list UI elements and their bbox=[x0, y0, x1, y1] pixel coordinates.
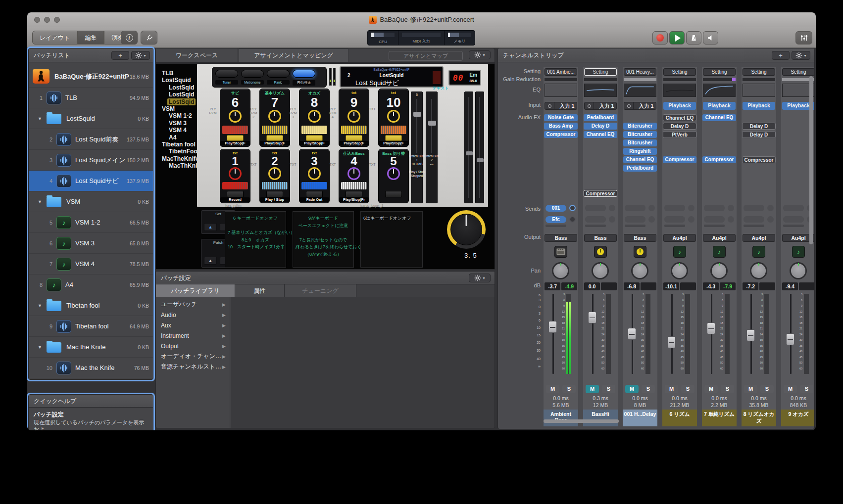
patch-bus-strip-2[interactable]: Patch Bus 2-∞ bbox=[426, 92, 438, 203]
tab-patch-library[interactable]: パッチライブラリ bbox=[156, 284, 235, 297]
strip-setting-button[interactable]: Setting bbox=[782, 68, 815, 76]
eq-thumbnail[interactable] bbox=[703, 84, 736, 97]
outline-item[interactable]: VSM 3 bbox=[158, 120, 197, 127]
pan-knob[interactable] bbox=[633, 264, 647, 278]
patch-row[interactable]: 3Lost Squidメイン150.2 MB bbox=[29, 150, 153, 171]
library-item[interactable]: 音源チャンネルスト…▶ bbox=[156, 362, 230, 372]
output-button[interactable]: Bass bbox=[584, 234, 617, 242]
patch-row[interactable]: 9Tibetan fool64.9 MB bbox=[29, 316, 153, 337]
output-button[interactable]: Au4pl bbox=[743, 234, 775, 242]
patch-list-action-menu[interactable]: ▾ bbox=[131, 51, 150, 60]
patch-row[interactable]: 10Mac the Knife76 MB bbox=[29, 358, 153, 378]
mode-button-2[interactable]: 編集 bbox=[77, 31, 104, 45]
pedal-knob[interactable] bbox=[268, 110, 281, 123]
pedal-knob[interactable] bbox=[347, 167, 360, 180]
mixer-toggle-button[interactable] bbox=[795, 31, 812, 45]
solo-button[interactable]: S bbox=[760, 385, 774, 393]
pedal-knob[interactable] bbox=[229, 167, 242, 180]
device-button-3[interactable] bbox=[267, 70, 290, 78]
bus-fader-handle[interactable] bbox=[413, 112, 421, 117]
output-button[interactable]: Bass bbox=[545, 234, 577, 242]
horizontal-scrollbar[interactable] bbox=[544, 419, 619, 423]
strip-setting-button[interactable]: Setting bbox=[663, 68, 696, 76]
patch-row[interactable]: 7♪VSM 478.5 MB bbox=[29, 254, 153, 275]
library-item[interactable]: Audio▶ bbox=[156, 310, 230, 320]
mute-button[interactable]: M bbox=[586, 385, 599, 393]
pedal-9[interactable]: txt9Play/Stop(F bbox=[339, 89, 369, 147]
patch-folder-row[interactable]: ▼Tibetan fool0 KB bbox=[29, 295, 153, 316]
assign-and-map-button[interactable]: アサインとマップ bbox=[389, 51, 463, 61]
strip-setting-button[interactable]: 001 Ambie... bbox=[545, 68, 577, 76]
pedal-footswitch[interactable] bbox=[346, 135, 362, 141]
pedal-8[interactable]: オカズ8Play/Stop(F bbox=[299, 89, 330, 147]
pan-knob[interactable] bbox=[712, 264, 726, 278]
device-button-4[interactable] bbox=[293, 70, 315, 78]
audio-fx-slot[interactable]: Compressor bbox=[742, 156, 776, 163]
input-button[interactable]: Playback bbox=[703, 102, 736, 110]
fader-handle[interactable] bbox=[548, 321, 557, 333]
outline-item[interactable]: LostSqid bbox=[158, 98, 197, 105]
input-button[interactable]: Playback bbox=[743, 102, 775, 110]
audio-fx-slot[interactable]: Compressor bbox=[702, 156, 736, 163]
workspace-action-menu[interactable]: ▾ bbox=[469, 50, 491, 59]
patch-row[interactable]: 1TLB94.9 MB bbox=[29, 88, 153, 108]
strip-setting-button[interactable]: 001 Heavy... bbox=[624, 68, 656, 76]
pedal-footswitch[interactable] bbox=[306, 191, 323, 197]
disclosure-triangle-icon[interactable]: ▼ bbox=[38, 191, 42, 212]
selector-up-button[interactable]: ▲ bbox=[204, 223, 217, 231]
pedal-2[interactable]: txt2Play / Stop bbox=[259, 149, 290, 203]
outline-item[interactable]: TibetnFool bbox=[158, 148, 197, 155]
audio-fx-slot[interactable]: Bass Amp bbox=[544, 123, 578, 130]
send-slot-empty[interactable] bbox=[744, 205, 764, 211]
pedal-7[interactable]: 基本リズム7Play/Stop(F bbox=[259, 89, 290, 147]
solo-button[interactable]: S bbox=[602, 385, 615, 393]
library-item[interactable]: ユーザパッチ▶ bbox=[156, 299, 230, 310]
patch-row[interactable]: 5♪VSM 1-266.5 MB bbox=[29, 212, 153, 233]
channel-strip-name[interactable]: Ambient Bass bbox=[544, 410, 578, 426]
outline-item[interactable]: LostSquid bbox=[158, 77, 197, 84]
device-button-2[interactable] bbox=[241, 70, 264, 78]
outline-item[interactable]: VSM 1-2 bbox=[158, 112, 197, 119]
pedal-knob[interactable] bbox=[387, 110, 400, 123]
audio-fx-slot[interactable]: Bitcrusher bbox=[623, 131, 657, 138]
outline-item[interactable]: MacThKnif bbox=[158, 162, 197, 169]
mute-button[interactable]: M bbox=[704, 385, 718, 393]
patch-row[interactable]: 4Lost Squidサビ137.9 MB bbox=[29, 171, 153, 191]
tab-attributes[interactable]: 属性 bbox=[235, 284, 285, 297]
channel-strip-name[interactable]: 8 リズムオカズ bbox=[742, 410, 776, 426]
audio-fx-slot[interactable]: Pedalboard bbox=[584, 114, 617, 121]
send-slot-empty[interactable] bbox=[585, 216, 606, 223]
audio-fx-slot[interactable]: Compressor bbox=[584, 190, 617, 197]
mute-button[interactable]: M bbox=[784, 385, 797, 393]
disclosure-triangle-icon[interactable]: ▼ bbox=[38, 295, 42, 316]
eq-thumbnail[interactable] bbox=[663, 84, 696, 97]
pedal-footswitch[interactable] bbox=[266, 191, 283, 197]
send-slot-empty[interactable] bbox=[625, 216, 645, 223]
pedal-knob[interactable] bbox=[308, 110, 321, 123]
tab-workspace[interactable]: ワークスペース bbox=[156, 48, 238, 62]
send-level-knob[interactable] bbox=[569, 216, 576, 223]
audio-fx-slot[interactable]: Noise Gate bbox=[544, 114, 578, 121]
pedal-knob[interactable] bbox=[229, 110, 242, 123]
audio-fx-slot[interactable]: Compressor bbox=[663, 156, 696, 163]
pedal-knob[interactable] bbox=[268, 167, 281, 180]
input-button[interactable]: 入力 1 bbox=[584, 102, 617, 110]
pedal-5[interactable]: Bass 切り替5 bbox=[378, 149, 409, 203]
metronome-button[interactable] bbox=[686, 31, 701, 45]
send-slot-empty[interactable] bbox=[704, 205, 725, 211]
note-panel-1[interactable]: 6 キーボードオンオフ 7 基本リズムとオカズ（ながい）8と9 オカズ10 スタ… bbox=[225, 211, 286, 268]
library-item[interactable]: Instrument▶ bbox=[156, 330, 230, 341]
outline-item[interactable]: MacTheKnife bbox=[158, 155, 197, 162]
outline-item[interactable]: VSM bbox=[158, 105, 197, 112]
pan-knob[interactable] bbox=[672, 264, 687, 278]
pedal-footswitch[interactable] bbox=[227, 135, 244, 141]
channel-strip-name[interactable]: 001 H...Delay bbox=[623, 410, 657, 426]
disclosure-triangle-icon[interactable]: ▼ bbox=[38, 108, 42, 129]
audio-fx-slot[interactable]: Ringshift bbox=[623, 148, 657, 155]
output-button[interactable]: Au4pl bbox=[703, 234, 736, 242]
pan-knob[interactable] bbox=[791, 264, 805, 278]
solo-button[interactable]: S bbox=[681, 385, 694, 393]
solo-button[interactable]: S bbox=[642, 385, 655, 393]
send-slot-empty[interactable] bbox=[704, 216, 725, 223]
solo-button[interactable]: S bbox=[800, 385, 813, 393]
